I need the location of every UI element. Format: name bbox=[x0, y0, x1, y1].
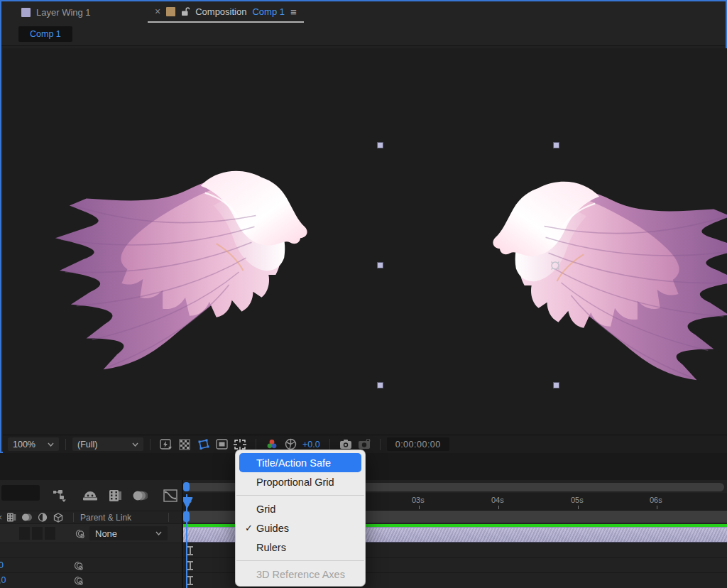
toolbar-separator bbox=[150, 439, 151, 450]
wing-left-image[interactable] bbox=[44, 164, 312, 377]
column-separator bbox=[168, 513, 169, 522]
menu-item-label: Grid bbox=[256, 503, 275, 515]
magnification-dropdown[interactable]: 100% bbox=[8, 437, 59, 451]
parent-dropdown-value: None bbox=[95, 528, 117, 539]
menu-item-label: Proportional Grid bbox=[256, 477, 334, 488]
menu-item-label: Title/Action Safe bbox=[256, 457, 331, 469]
preview-time-display[interactable]: 0:00:00:00 bbox=[387, 437, 449, 451]
wing-right-image[interactable] bbox=[488, 175, 727, 388]
transparency-grid-icon[interactable] bbox=[177, 437, 192, 451]
tab-layer-wing1[interactable]: Layer Wing 1 bbox=[14, 1, 128, 23]
property-value[interactable]: ,0 bbox=[0, 575, 6, 585]
playhead-line[interactable] bbox=[186, 494, 187, 588]
property-row[interactable]: 0 bbox=[0, 557, 182, 572]
viewer-tab-comp1[interactable]: Comp 1 bbox=[18, 26, 72, 42]
switch-column-x: × bbox=[0, 513, 2, 523]
selection-handle-bottom-left[interactable] bbox=[377, 382, 383, 388]
menu-item-label: Rulers bbox=[256, 542, 286, 553]
comp-tab-label: Composition bbox=[195, 6, 246, 17]
mask-visibility-icon[interactable] bbox=[195, 437, 211, 451]
selection-handle-top-center[interactable] bbox=[553, 142, 559, 148]
tab-composition[interactable]: × Composition Comp 1 ≡ bbox=[148, 1, 304, 23]
layer-inpoint-marker bbox=[187, 561, 193, 570]
selection-handle-left-center[interactable] bbox=[377, 262, 383, 268]
property-value[interactable]: 0 bbox=[0, 560, 4, 570]
close-icon[interactable]: × bbox=[155, 6, 160, 16]
switch-cell[interactable] bbox=[19, 527, 30, 540]
comp-panel-swatch-icon bbox=[166, 7, 175, 16]
resolution-dropdown[interactable]: (Full) bbox=[72, 437, 143, 451]
unlock-icon[interactable] bbox=[181, 6, 190, 16]
resolution-value: (Full) bbox=[77, 440, 97, 450]
ruler-tick bbox=[657, 506, 657, 509]
motion-blur-icon[interactable] bbox=[132, 490, 148, 501]
composition-panel: Layer Wing 1 × Composition Comp 1 ≡ Comp… bbox=[0, 0, 727, 453]
selection-handle-top-left[interactable] bbox=[377, 142, 383, 148]
exposure-value[interactable]: +0.0 bbox=[302, 440, 320, 450]
toolbar-separator bbox=[329, 439, 330, 450]
motion-blur-column-icon bbox=[21, 513, 33, 522]
menu-separator bbox=[236, 560, 364, 561]
menu-item-rulers[interactable]: Rulers bbox=[239, 538, 361, 557]
ruler-tick bbox=[498, 506, 499, 509]
menu-item-guides[interactable]: ✓Guides bbox=[239, 518, 361, 538]
shy-layers-icon[interactable] bbox=[82, 490, 98, 501]
region-of-interest-icon[interactable] bbox=[214, 437, 229, 451]
comp-mini-flowchart-icon[interactable] bbox=[53, 489, 68, 502]
after-effects-window: Layer Wing 1 × Composition Comp 1 ≡ Comp… bbox=[0, 0, 727, 588]
panel-menu-icon[interactable]: ≡ bbox=[290, 6, 297, 18]
property-pickwhip-icon[interactable] bbox=[73, 560, 84, 571]
adjustment-layer-column-icon bbox=[38, 513, 48, 522]
frame-blend-column-icon bbox=[6, 513, 16, 522]
frame-blending-icon[interactable] bbox=[108, 489, 122, 502]
menu-item-3d-reference-axes: 3D Reference Axes bbox=[239, 565, 361, 584]
comp-tab-name: Comp 1 bbox=[252, 6, 285, 17]
timeline-top-buttons bbox=[0, 480, 182, 511]
timeline-left-columns: × Parent & Link bbox=[0, 480, 182, 588]
ruler-label: 06s bbox=[650, 496, 662, 504]
layer-inpoint-marker bbox=[187, 576, 193, 585]
navigator-start-handle[interactable] bbox=[183, 482, 190, 491]
property-row[interactable] bbox=[0, 543, 182, 557]
ruler-tick bbox=[419, 506, 420, 509]
composition-viewport[interactable] bbox=[3, 48, 727, 435]
property-pickwhip-icon[interactable] bbox=[73, 575, 84, 586]
menu-item-label: Guides bbox=[256, 523, 289, 534]
ruler-label: 04s bbox=[491, 496, 504, 504]
viewer-toolbar: 100% (Full) bbox=[3, 435, 727, 453]
menu-separator bbox=[236, 495, 364, 496]
switch-cell[interactable] bbox=[32, 527, 43, 540]
layer-tab-label: Layer Wing 1 bbox=[36, 7, 91, 18]
toolbar-separator bbox=[65, 439, 66, 450]
property-row[interactable]: ,0 bbox=[0, 572, 182, 587]
panel-tab-bar: Layer Wing 1 × Composition Comp 1 ≡ bbox=[1, 1, 726, 23]
layer-parent-row: None bbox=[0, 524, 182, 543]
graph-editor-icon[interactable] bbox=[163, 489, 177, 502]
ruler-tick bbox=[578, 506, 579, 509]
selection-handle-bottom-center[interactable] bbox=[553, 382, 559, 388]
grid-guides-menu: Title/Action SafeProportional GridGrid✓G… bbox=[235, 450, 366, 587]
comp-shortcut-box[interactable] bbox=[1, 485, 40, 501]
viewer-tab-strip: Comp 1 bbox=[1, 23, 726, 46]
toolbar-separator bbox=[380, 439, 381, 450]
menu-item-grid[interactable]: Grid bbox=[239, 499, 361, 518]
parent-dropdown[interactable]: None bbox=[89, 526, 168, 540]
layer-inpoint-marker bbox=[187, 546, 193, 555]
menu-item-proportional-grid[interactable]: Proportional Grid bbox=[239, 472, 361, 491]
parent-pickwhip-icon[interactable] bbox=[75, 528, 85, 539]
menu-item-label: 3D Reference Axes bbox=[256, 569, 345, 580]
column-separator bbox=[73, 513, 74, 522]
checkmark-icon: ✓ bbox=[245, 523, 256, 533]
switch-cell[interactable] bbox=[45, 527, 55, 540]
ruler-label: 03s bbox=[412, 496, 425, 504]
menu-item-title-action-safe[interactable]: Title/Action Safe bbox=[239, 453, 361, 472]
magnification-value: 100% bbox=[13, 440, 35, 450]
timeline-column-headers: × Parent & Link bbox=[0, 511, 182, 524]
fast-preview-icon[interactable] bbox=[158, 437, 174, 451]
toolbar-separator bbox=[256, 439, 256, 450]
anchor-point-icon[interactable] bbox=[548, 258, 562, 273]
ruler-label: 05s bbox=[571, 496, 584, 504]
3d-layer-column-icon bbox=[53, 513, 63, 523]
parent-link-header: Parent & Link bbox=[80, 513, 131, 523]
layer-panel-swatch-icon bbox=[21, 8, 31, 17]
